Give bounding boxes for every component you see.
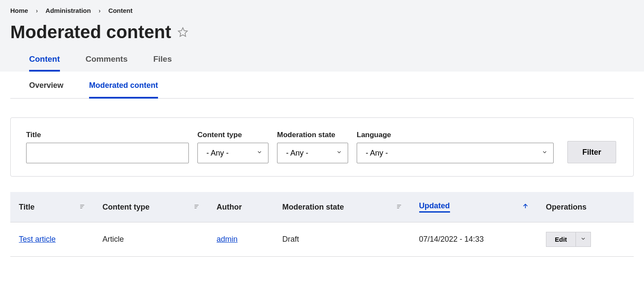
- tab-comments[interactable]: Comments: [86, 51, 128, 72]
- row-title-link[interactable]: Test article: [19, 235, 56, 243]
- tabs-secondary: Overview Moderated content: [10, 72, 634, 99]
- moderation-state-select[interactable]: - Any -: [277, 143, 348, 163]
- label-content-type: Content type: [197, 131, 268, 139]
- filter-box: Title Content type - Any - Moderation st…: [10, 117, 634, 177]
- label-language: Language: [357, 131, 554, 139]
- sort-icon: [194, 203, 200, 212]
- chevron-right-icon: ›: [36, 7, 38, 14]
- th-moderation-state-label: Moderation state: [282, 203, 344, 212]
- title-input[interactable]: [26, 143, 189, 163]
- chevron-right-icon: ›: [98, 7, 101, 14]
- row-moderation-state: Draft: [274, 222, 410, 257]
- sort-icon: [396, 203, 402, 212]
- edit-dropdown-button[interactable]: [576, 232, 591, 247]
- th-operations-label: Operations: [546, 203, 587, 211]
- page-title: Moderated content: [10, 22, 171, 42]
- arrow-up-icon: [522, 203, 529, 212]
- table-row: Test article Article admin Draft 07/14/2…: [10, 222, 634, 257]
- th-author-label: Author: [217, 203, 242, 211]
- edit-button[interactable]: Edit: [546, 232, 576, 247]
- th-operations: Operations: [537, 192, 634, 222]
- th-content-type-label: Content type: [102, 203, 149, 212]
- th-author: Author: [208, 192, 274, 222]
- th-content-type[interactable]: Content type: [94, 192, 208, 222]
- filter-button[interactable]: Filter: [567, 141, 616, 163]
- star-icon[interactable]: [177, 27, 188, 38]
- th-moderation-state[interactable]: Moderation state: [274, 192, 410, 222]
- breadcrumb-administration[interactable]: Administration: [45, 7, 91, 14]
- content-type-select[interactable]: - Any -: [197, 143, 268, 163]
- label-moderation-state: Moderation state: [277, 131, 348, 139]
- language-select[interactable]: - Any -: [357, 143, 554, 163]
- label-title: Title: [26, 131, 189, 139]
- tab-files[interactable]: Files: [153, 51, 172, 72]
- content-table: Title Content type Author Moderation sta…: [10, 192, 634, 257]
- row-author-link[interactable]: admin: [217, 235, 238, 243]
- th-updated-label: Updated: [419, 201, 450, 213]
- breadcrumb: Home › Administration › Content: [10, 7, 634, 18]
- row-updated: 07/14/2022 - 14:33: [411, 222, 537, 257]
- chevron-down-icon: [580, 236, 586, 243]
- tab-content[interactable]: Content: [29, 51, 60, 72]
- tab-moderated-content[interactable]: Moderated content: [89, 72, 158, 99]
- breadcrumb-content[interactable]: Content: [108, 7, 133, 14]
- th-updated[interactable]: Updated: [411, 192, 537, 222]
- row-content-type: Article: [94, 222, 208, 257]
- th-title-label: Title: [19, 203, 35, 212]
- tabs-primary: Content Comments Files: [10, 51, 634, 72]
- sort-icon: [79, 203, 85, 212]
- breadcrumb-home[interactable]: Home: [10, 7, 28, 14]
- th-title[interactable]: Title: [10, 192, 94, 222]
- tab-overview[interactable]: Overview: [29, 72, 63, 98]
